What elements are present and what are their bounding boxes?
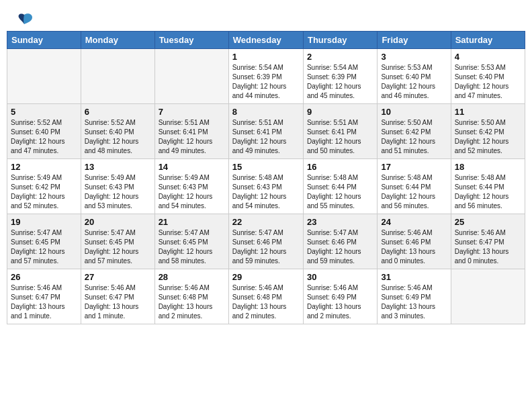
- calendar-cell: 7Sunrise: 5:51 AM Sunset: 6:41 PM Daylig…: [154, 104, 228, 159]
- calendar-cell: 9Sunrise: 5:51 AM Sunset: 6:41 PM Daylig…: [303, 104, 377, 159]
- calendar-cell: [154, 49, 228, 104]
- day-info: Sunrise: 5:48 AM Sunset: 6:44 PM Dayligh…: [455, 173, 521, 211]
- logo-bird-icon: [15, 12, 34, 27]
- day-info: Sunrise: 5:47 AM Sunset: 6:46 PM Dayligh…: [307, 228, 373, 266]
- day-number: 12: [11, 162, 77, 172]
- calendar-cell: 1Sunrise: 5:54 AM Sunset: 6:39 PM Daylig…: [228, 49, 303, 104]
- day-info: Sunrise: 5:47 AM Sunset: 6:46 PM Dayligh…: [232, 228, 300, 266]
- calendar-cell: [451, 269, 525, 324]
- day-number: 1: [232, 52, 300, 62]
- day-number: 27: [85, 272, 151, 282]
- day-info: Sunrise: 5:48 AM Sunset: 6:44 PM Dayligh…: [307, 173, 373, 211]
- day-number: 13: [85, 162, 151, 172]
- day-number: 11: [455, 107, 521, 117]
- weekday-header-wednesday: Wednesday: [228, 32, 303, 49]
- day-info: Sunrise: 5:53 AM Sunset: 6:40 PM Dayligh…: [455, 63, 521, 101]
- calendar-cell: 26Sunrise: 5:46 AM Sunset: 6:47 PM Dayli…: [7, 269, 81, 324]
- calendar-cell: 8Sunrise: 5:51 AM Sunset: 6:41 PM Daylig…: [228, 104, 303, 159]
- day-number: 16: [307, 162, 373, 172]
- calendar-week-row: 26Sunrise: 5:46 AM Sunset: 6:47 PM Dayli…: [7, 269, 525, 324]
- calendar-cell: [81, 49, 154, 104]
- day-number: 4: [455, 52, 521, 62]
- calendar-cell: 20Sunrise: 5:47 AM Sunset: 6:45 PM Dayli…: [81, 214, 154, 269]
- day-number: 28: [159, 272, 225, 282]
- calendar-cell: 29Sunrise: 5:46 AM Sunset: 6:48 PM Dayli…: [228, 269, 303, 324]
- day-number: 17: [381, 162, 447, 172]
- day-info: Sunrise: 5:52 AM Sunset: 6:40 PM Dayligh…: [11, 118, 77, 156]
- calendar-cell: 12Sunrise: 5:49 AM Sunset: 6:42 PM Dayli…: [7, 159, 81, 214]
- day-info: Sunrise: 5:49 AM Sunset: 6:43 PM Dayligh…: [85, 173, 151, 211]
- day-info: Sunrise: 5:52 AM Sunset: 6:40 PM Dayligh…: [85, 118, 151, 156]
- calendar-cell: 5Sunrise: 5:52 AM Sunset: 6:40 PM Daylig…: [7, 104, 81, 159]
- day-info: Sunrise: 5:50 AM Sunset: 6:42 PM Dayligh…: [455, 118, 521, 156]
- day-number: 2: [307, 52, 373, 62]
- calendar-week-row: 19Sunrise: 5:47 AM Sunset: 6:45 PM Dayli…: [7, 214, 525, 269]
- day-info: Sunrise: 5:46 AM Sunset: 6:47 PM Dayligh…: [455, 228, 521, 266]
- calendar-header-row: SundayMondayTuesdayWednesdayThursdayFrid…: [7, 32, 525, 49]
- day-number: 6: [85, 107, 151, 117]
- day-number: 26: [11, 272, 77, 282]
- day-info: Sunrise: 5:51 AM Sunset: 6:41 PM Dayligh…: [307, 118, 373, 156]
- day-number: 19: [11, 217, 77, 227]
- day-info: Sunrise: 5:48 AM Sunset: 6:44 PM Dayligh…: [381, 173, 447, 211]
- calendar-cell: 15Sunrise: 5:48 AM Sunset: 6:43 PM Dayli…: [228, 159, 303, 214]
- calendar-cell: 30Sunrise: 5:46 AM Sunset: 6:49 PM Dayli…: [303, 269, 377, 324]
- calendar-week-row: 1Sunrise: 5:54 AM Sunset: 6:39 PM Daylig…: [7, 49, 525, 104]
- calendar-cell: 17Sunrise: 5:48 AM Sunset: 6:44 PM Dayli…: [378, 159, 451, 214]
- day-number: 23: [307, 217, 373, 227]
- day-number: 30: [307, 272, 373, 282]
- calendar-cell: 10Sunrise: 5:50 AM Sunset: 6:42 PM Dayli…: [378, 104, 451, 159]
- calendar-table: SundayMondayTuesdayWednesdayThursdayFrid…: [7, 31, 525, 324]
- day-number: 10: [381, 107, 447, 117]
- day-number: 31: [381, 272, 447, 282]
- day-info: Sunrise: 5:47 AM Sunset: 6:45 PM Dayligh…: [159, 228, 225, 266]
- day-number: 8: [232, 107, 300, 117]
- weekday-header-monday: Monday: [81, 32, 154, 49]
- day-number: 5: [11, 107, 77, 117]
- day-number: 20: [85, 217, 151, 227]
- day-info: Sunrise: 5:47 AM Sunset: 6:45 PM Dayligh…: [85, 228, 151, 266]
- day-info: Sunrise: 5:47 AM Sunset: 6:45 PM Dayligh…: [11, 228, 77, 266]
- day-info: Sunrise: 5:46 AM Sunset: 6:47 PM Dayligh…: [85, 283, 151, 321]
- day-info: Sunrise: 5:49 AM Sunset: 6:42 PM Dayligh…: [11, 173, 77, 211]
- calendar-cell: 18Sunrise: 5:48 AM Sunset: 6:44 PM Dayli…: [451, 159, 525, 214]
- calendar-cell: 24Sunrise: 5:46 AM Sunset: 6:46 PM Dayli…: [378, 214, 451, 269]
- day-number: 9: [307, 107, 373, 117]
- day-number: 29: [232, 272, 300, 282]
- calendar-week-row: 12Sunrise: 5:49 AM Sunset: 6:42 PM Dayli…: [7, 159, 525, 214]
- day-info: Sunrise: 5:54 AM Sunset: 6:39 PM Dayligh…: [232, 63, 300, 101]
- calendar-cell: 22Sunrise: 5:47 AM Sunset: 6:46 PM Dayli…: [228, 214, 303, 269]
- day-info: Sunrise: 5:46 AM Sunset: 6:49 PM Dayligh…: [381, 283, 447, 321]
- day-info: Sunrise: 5:46 AM Sunset: 6:48 PM Dayligh…: [159, 283, 225, 321]
- calendar-cell: 16Sunrise: 5:48 AM Sunset: 6:44 PM Dayli…: [303, 159, 377, 214]
- day-number: 18: [455, 162, 521, 172]
- logo: [13, 12, 34, 24]
- calendar-cell: 2Sunrise: 5:54 AM Sunset: 6:39 PM Daylig…: [303, 49, 377, 104]
- calendar-cell: 25Sunrise: 5:46 AM Sunset: 6:47 PM Dayli…: [451, 214, 525, 269]
- day-number: 25: [455, 217, 521, 227]
- calendar-week-row: 5Sunrise: 5:52 AM Sunset: 6:40 PM Daylig…: [7, 104, 525, 159]
- calendar-cell: 28Sunrise: 5:46 AM Sunset: 6:48 PM Dayli…: [154, 269, 228, 324]
- calendar-cell: 3Sunrise: 5:53 AM Sunset: 6:40 PM Daylig…: [378, 49, 451, 104]
- day-info: Sunrise: 5:46 AM Sunset: 6:48 PM Dayligh…: [232, 283, 300, 321]
- day-number: 24: [381, 217, 447, 227]
- day-info: Sunrise: 5:50 AM Sunset: 6:42 PM Dayligh…: [381, 118, 447, 156]
- weekday-header-sunday: Sunday: [7, 32, 81, 49]
- calendar-cell: 4Sunrise: 5:53 AM Sunset: 6:40 PM Daylig…: [451, 49, 525, 104]
- weekday-header-saturday: Saturday: [451, 32, 525, 49]
- day-number: 3: [381, 52, 447, 62]
- day-number: 22: [232, 217, 300, 227]
- calendar-cell: 13Sunrise: 5:49 AM Sunset: 6:43 PM Dayli…: [81, 159, 154, 214]
- day-info: Sunrise: 5:49 AM Sunset: 6:43 PM Dayligh…: [159, 173, 225, 211]
- day-info: Sunrise: 5:46 AM Sunset: 6:46 PM Dayligh…: [381, 228, 447, 266]
- day-info: Sunrise: 5:53 AM Sunset: 6:40 PM Dayligh…: [381, 63, 447, 101]
- calendar-cell: 19Sunrise: 5:47 AM Sunset: 6:45 PM Dayli…: [7, 214, 81, 269]
- weekday-header-friday: Friday: [378, 32, 451, 49]
- calendar-cell: 31Sunrise: 5:46 AM Sunset: 6:49 PM Dayli…: [378, 269, 451, 324]
- day-info: Sunrise: 5:51 AM Sunset: 6:41 PM Dayligh…: [232, 118, 300, 156]
- calendar-cell: [7, 49, 81, 104]
- day-number: 14: [159, 162, 225, 172]
- calendar-cell: 27Sunrise: 5:46 AM Sunset: 6:47 PM Dayli…: [81, 269, 154, 324]
- day-number: 7: [159, 107, 225, 117]
- day-info: Sunrise: 5:48 AM Sunset: 6:43 PM Dayligh…: [232, 173, 300, 211]
